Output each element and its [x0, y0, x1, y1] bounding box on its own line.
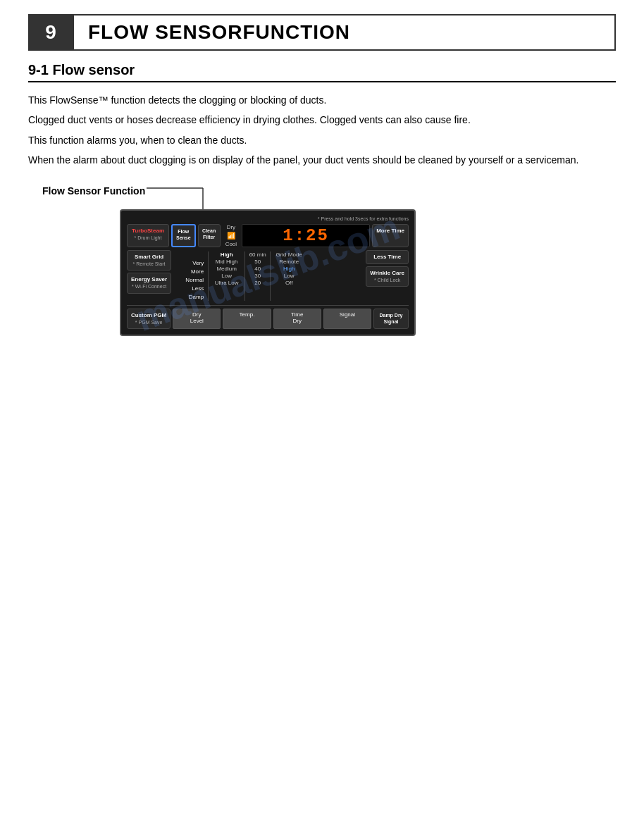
turbosteam-button[interactable]: TurboSteam * Drum Light	[127, 224, 169, 247]
body-paragraph-3: This function alarms you, when to clean …	[28, 132, 616, 148]
signal-high: High	[273, 266, 304, 272]
body-paragraph-4: When the alarm about duct clogging is on…	[28, 152, 616, 168]
flow-sensor-label: Flow Sensor Function	[42, 185, 145, 197]
signal-low: Low	[273, 273, 304, 279]
section-title: 9-1 Flow sensor	[28, 62, 616, 82]
dry-label: Dry	[227, 224, 235, 230]
tab-temp[interactable]: Temp.	[223, 309, 271, 329]
temp-medium: Medium	[211, 266, 242, 272]
clean-filter-button[interactable]: CleanFilter	[198, 224, 221, 247]
diagram-area: Flow Sensor Function manualslib.com * Pr…	[28, 182, 616, 336]
temp-ultra-low: Ultra Low	[211, 280, 242, 286]
smart-grid-button[interactable]: Smart Grid * Remote Start	[127, 250, 171, 271]
time-60: 60 min	[248, 251, 267, 258]
dryer-panel-wrapper: manualslib.com * Press and hold 3secs fo…	[120, 209, 416, 336]
flow-sense-button[interactable]: FlowSense	[171, 224, 196, 247]
time-40: 40	[248, 266, 267, 272]
temp-mid-high: Mid High	[211, 259, 242, 265]
panel-top-row: TurboSteam * Drum Light FlowSense CleanF…	[127, 224, 409, 247]
page-title: FLOW SENSORFUNCTION	[72, 15, 364, 49]
tab-dry-level[interactable]: DryLevel	[173, 309, 221, 329]
dry-level-more: More	[190, 268, 205, 275]
wrinkle-care-button[interactable]: Wrinkle Care * Child Lock	[366, 266, 409, 287]
panel-bottom-row: Custom PGM * PGM Save DryLevel Temp. Tim…	[127, 305, 409, 329]
temp-high: High	[211, 251, 242, 258]
body-paragraph-2: Clogged duct vents or hoses decrease eff…	[28, 112, 616, 128]
custom-pgm-button[interactable]: Custom PGM * PGM Save	[127, 309, 171, 329]
tab-signal[interactable]: Signal	[323, 309, 371, 329]
less-time-button[interactable]: Less Time	[366, 250, 409, 264]
energy-saver-button[interactable]: Energy Saver * Wi-Fi Connect	[127, 273, 171, 293]
display-digits: 1:25	[283, 226, 329, 245]
signal-off: Off	[273, 280, 304, 286]
signal-remote: Remote	[273, 259, 304, 265]
dry-level-less: Less	[190, 285, 205, 292]
grid-mode: Grid Mode	[273, 251, 304, 258]
page-number: 9	[30, 15, 72, 49]
page-header: 9 FLOW SENSORFUNCTION	[28, 14, 616, 51]
panel-hint: * Press and hold 3secs for extra functio…	[127, 216, 409, 221]
dryer-panel: * Press and hold 3secs for extra functio…	[120, 209, 416, 336]
more-time-button[interactable]: More Time	[372, 224, 409, 247]
dry-level-very: Very	[191, 259, 205, 267]
damp-dry-signal-button[interactable]: Damp DrySignal	[373, 309, 409, 329]
cool-label: Cool	[225, 241, 237, 247]
temp-low: Low	[211, 273, 242, 279]
wifi-icon: 📶	[227, 232, 235, 240]
body-paragraph-1: This FlowSense™ function detects the clo…	[28, 92, 616, 108]
time-20: 20	[248, 280, 267, 286]
dry-level-damp: Damp	[187, 293, 205, 301]
time-50: 50	[248, 259, 267, 265]
tab-time-dry[interactable]: TimeDry	[273, 309, 321, 329]
time-30: 30	[248, 273, 267, 279]
dry-level-normal: Normal	[184, 276, 205, 284]
display-panel: 1:25	[242, 224, 370, 247]
